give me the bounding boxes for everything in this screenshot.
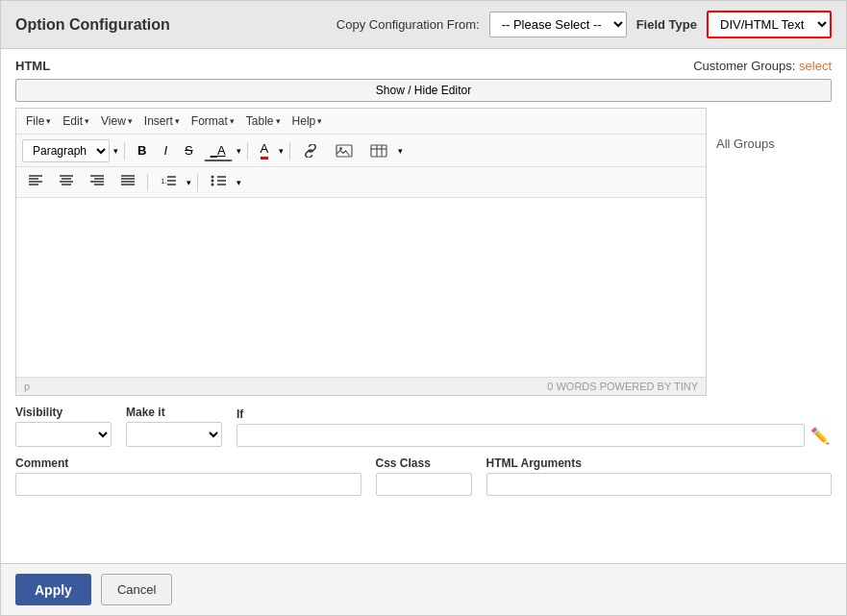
- if-group: If ✏️: [237, 407, 832, 447]
- editor-wrapper: File ▾ Edit ▾ View ▾ Insert: [15, 108, 832, 396]
- html-args-input[interactable]: [486, 473, 833, 496]
- link-icon: [303, 144, 318, 158]
- table-arrow-small-icon: ▾: [398, 146, 403, 156]
- comment-row: Comment Css Class HTML Arguments: [15, 456, 832, 496]
- view-arrow-icon: ▾: [128, 116, 133, 126]
- html-args-label: HTML Arguments: [486, 456, 833, 470]
- all-groups-label: All Groups: [716, 136, 775, 151]
- svg-text:1.: 1.: [161, 177, 167, 185]
- main-container: Option Configuration Copy Configuration …: [0, 0, 847, 616]
- table-insert-button[interactable]: [363, 141, 394, 160]
- field-type-label: Field Type: [636, 17, 697, 32]
- svg-point-27: [212, 180, 214, 183]
- visibility-select[interactable]: [15, 422, 112, 447]
- make-it-select[interactable]: [126, 422, 222, 447]
- svg-point-26: [212, 176, 214, 179]
- font-color-icon: A: [261, 141, 269, 160]
- paragraph-arrow-icon: ▾: [113, 146, 118, 156]
- svg-point-28: [212, 184, 214, 186]
- editor-left: File ▾ Edit ▾ View ▾ Insert: [15, 108, 707, 396]
- make-it-label: Make it: [126, 406, 222, 419]
- menu-table[interactable]: Table ▾: [242, 112, 285, 130]
- edit-arrow-icon: ▾: [85, 116, 89, 126]
- copy-config-dropdown[interactable]: -- Please Select --: [489, 12, 627, 37]
- menu-help[interactable]: Help ▾: [288, 112, 327, 130]
- menu-view[interactable]: View ▾: [97, 112, 137, 130]
- editor-footer: p 0 WORDS POWERED BY TINY: [16, 377, 706, 395]
- image-button[interactable]: [329, 141, 360, 160]
- page-header: Option Configuration Copy Configuration …: [1, 1, 846, 49]
- link-button[interactable]: [296, 141, 325, 160]
- toolbar-divider-4: [147, 174, 148, 191]
- editor-format-bar: Paragraph ▾ B I S _A ▾ A ▾: [16, 135, 706, 167]
- customer-groups-label: Customer Groups:: [693, 59, 795, 73]
- align-left-button[interactable]: [22, 171, 49, 193]
- menu-insert[interactable]: Insert ▾: [140, 112, 184, 130]
- align-right-icon: [89, 174, 105, 187]
- comment-label: Comment: [15, 456, 361, 470]
- svg-rect-2: [371, 145, 386, 157]
- css-class-input[interactable]: [376, 473, 472, 496]
- menu-format[interactable]: Format ▾: [187, 112, 238, 130]
- paragraph-format-select[interactable]: Paragraph: [22, 139, 110, 162]
- underline-button[interactable]: _A: [204, 140, 233, 161]
- content-area: HTML Customer Groups: select Show / Hide…: [1, 49, 846, 563]
- visibility-row: Visibility Make it If ✏️: [15, 406, 832, 447]
- css-class-group: Css Class: [376, 456, 472, 496]
- editor-align-bar: 1. ▾: [16, 167, 706, 198]
- word-count: 0 WORDS POWERED BY TINY: [547, 381, 698, 392]
- editor-body[interactable]: [16, 198, 706, 377]
- comment-group: Comment: [15, 456, 361, 496]
- align-justify-button[interactable]: [114, 171, 141, 193]
- apply-button[interactable]: Apply: [15, 574, 91, 605]
- table-icon: [370, 144, 387, 158]
- editor-menu-bar: File ▾ Edit ▾ View ▾ Insert: [16, 109, 706, 135]
- font-color-arrow-icon: ▾: [279, 146, 284, 156]
- customer-groups-link[interactable]: select: [799, 59, 832, 73]
- align-right-button[interactable]: [84, 171, 111, 193]
- help-arrow-icon: ▾: [317, 116, 322, 126]
- page-title: Option Configuration: [15, 16, 170, 34]
- unordered-list-arrow-icon: ▾: [237, 178, 241, 187]
- toolbar-divider-5: [197, 174, 198, 191]
- comment-input[interactable]: [15, 473, 361, 496]
- unordered-list-icon: [210, 174, 227, 187]
- toolbar-divider-2: [247, 142, 248, 160]
- show-hide-editor-button[interactable]: Show / Hide Editor: [15, 79, 832, 102]
- table-arrow-icon: ▾: [276, 116, 281, 126]
- font-color-button[interactable]: A: [254, 138, 276, 162]
- strikethrough-button[interactable]: S: [178, 140, 200, 160]
- header-right: Copy Configuration From: -- Please Selec…: [336, 11, 832, 38]
- copy-config-label: Copy Configuration From:: [336, 17, 480, 32]
- bold-button[interactable]: B: [131, 140, 153, 160]
- css-class-label: Css Class: [376, 456, 472, 470]
- html-args-group: HTML Arguments: [486, 456, 833, 496]
- menu-file[interactable]: File ▾: [22, 112, 55, 130]
- if-row: ✏️: [237, 424, 832, 447]
- field-type-dropdown[interactable]: DIV/HTML Text: [707, 11, 832, 38]
- cancel-button[interactable]: Cancel: [101, 574, 172, 605]
- toolbar-divider-3: [289, 142, 290, 160]
- align-center-icon: [59, 174, 74, 187]
- unordered-list-button[interactable]: [204, 171, 233, 193]
- editor-container: File ▾ Edit ▾ View ▾ Insert: [15, 108, 707, 396]
- menu-edit[interactable]: Edit ▾: [59, 112, 93, 130]
- if-edit-button[interactable]: ✏️: [809, 425, 832, 447]
- html-label: HTML: [15, 59, 50, 73]
- file-arrow-icon: ▾: [46, 116, 51, 126]
- align-center-button[interactable]: [53, 171, 80, 193]
- ordered-list-button[interactable]: 1.: [154, 171, 183, 193]
- footer-buttons: Apply Cancel: [1, 563, 846, 615]
- visibility-label: Visibility: [15, 406, 112, 419]
- if-input[interactable]: [237, 424, 805, 447]
- ordered-list-icon: 1.: [160, 174, 177, 187]
- image-icon: [336, 144, 353, 158]
- align-left-icon: [28, 174, 43, 187]
- customer-groups-row: Customer Groups: select: [693, 59, 832, 73]
- align-justify-icon: [120, 174, 136, 187]
- insert-arrow-icon: ▾: [175, 116, 180, 126]
- customer-groups-panel: All Groups: [716, 108, 832, 396]
- italic-button[interactable]: I: [157, 140, 174, 160]
- svg-point-1: [339, 147, 342, 150]
- visibility-group: Visibility: [15, 406, 112, 447]
